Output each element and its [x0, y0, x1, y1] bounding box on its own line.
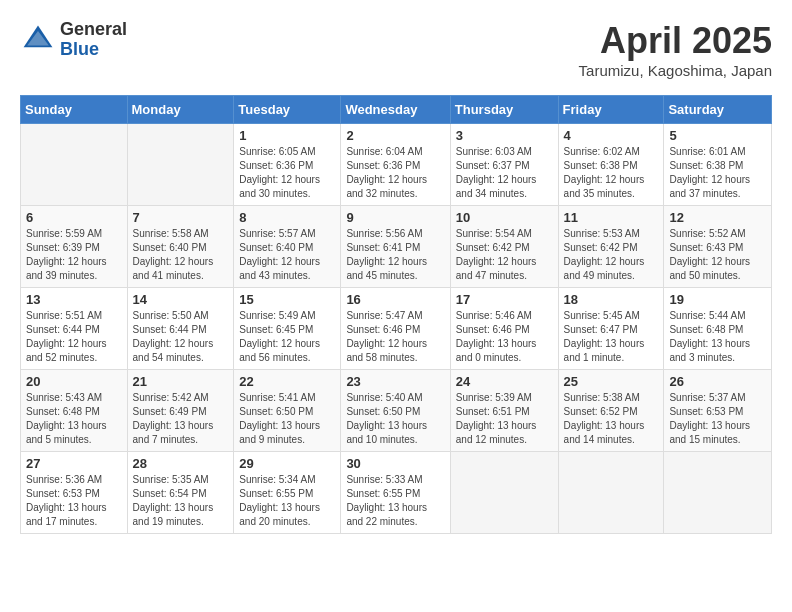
day-info: Sunrise: 5:42 AM Sunset: 6:49 PM Dayligh…: [133, 391, 229, 447]
day-info: Sunrise: 5:58 AM Sunset: 6:40 PM Dayligh…: [133, 227, 229, 283]
day-info: Sunrise: 5:52 AM Sunset: 6:43 PM Dayligh…: [669, 227, 766, 283]
weekday-row: SundayMondayTuesdayWednesdayThursdayFrid…: [21, 96, 772, 124]
day-info: Sunrise: 5:35 AM Sunset: 6:54 PM Dayligh…: [133, 473, 229, 529]
weekday-tuesday: Tuesday: [234, 96, 341, 124]
logo-text: General Blue: [60, 20, 127, 60]
day-number: 24: [456, 374, 553, 389]
calendar-week-4: 27Sunrise: 5:36 AM Sunset: 6:53 PM Dayli…: [21, 452, 772, 534]
calendar-cell: 28Sunrise: 5:35 AM Sunset: 6:54 PM Dayli…: [127, 452, 234, 534]
day-info: Sunrise: 5:46 AM Sunset: 6:46 PM Dayligh…: [456, 309, 553, 365]
calendar-cell: 16Sunrise: 5:47 AM Sunset: 6:46 PM Dayli…: [341, 288, 450, 370]
day-number: 2: [346, 128, 444, 143]
weekday-wednesday: Wednesday: [341, 96, 450, 124]
location-text: Tarumizu, Kagoshima, Japan: [579, 62, 772, 79]
calendar-cell: 1Sunrise: 6:05 AM Sunset: 6:36 PM Daylig…: [234, 124, 341, 206]
calendar-cell: 11Sunrise: 5:53 AM Sunset: 6:42 PM Dayli…: [558, 206, 664, 288]
day-number: 7: [133, 210, 229, 225]
calendar-cell: 3Sunrise: 6:03 AM Sunset: 6:37 PM Daylig…: [450, 124, 558, 206]
day-info: Sunrise: 5:53 AM Sunset: 6:42 PM Dayligh…: [564, 227, 659, 283]
day-info: Sunrise: 5:34 AM Sunset: 6:55 PM Dayligh…: [239, 473, 335, 529]
logo-general-text: General: [60, 20, 127, 40]
day-info: Sunrise: 5:51 AM Sunset: 6:44 PM Dayligh…: [26, 309, 122, 365]
day-number: 25: [564, 374, 659, 389]
day-number: 9: [346, 210, 444, 225]
weekday-thursday: Thursday: [450, 96, 558, 124]
weekday-monday: Monday: [127, 96, 234, 124]
day-info: Sunrise: 5:33 AM Sunset: 6:55 PM Dayligh…: [346, 473, 444, 529]
calendar-header: SundayMondayTuesdayWednesdayThursdayFrid…: [21, 96, 772, 124]
day-info: Sunrise: 5:38 AM Sunset: 6:52 PM Dayligh…: [564, 391, 659, 447]
day-number: 6: [26, 210, 122, 225]
calendar-cell: 25Sunrise: 5:38 AM Sunset: 6:52 PM Dayli…: [558, 370, 664, 452]
calendar-cell: 29Sunrise: 5:34 AM Sunset: 6:55 PM Dayli…: [234, 452, 341, 534]
day-info: Sunrise: 5:39 AM Sunset: 6:51 PM Dayligh…: [456, 391, 553, 447]
day-info: Sunrise: 6:01 AM Sunset: 6:38 PM Dayligh…: [669, 145, 766, 201]
calendar-cell: 22Sunrise: 5:41 AM Sunset: 6:50 PM Dayli…: [234, 370, 341, 452]
calendar-week-2: 13Sunrise: 5:51 AM Sunset: 6:44 PM Dayli…: [21, 288, 772, 370]
calendar-cell: 8Sunrise: 5:57 AM Sunset: 6:40 PM Daylig…: [234, 206, 341, 288]
calendar-cell: 27Sunrise: 5:36 AM Sunset: 6:53 PM Dayli…: [21, 452, 128, 534]
day-info: Sunrise: 5:44 AM Sunset: 6:48 PM Dayligh…: [669, 309, 766, 365]
day-number: 18: [564, 292, 659, 307]
day-number: 11: [564, 210, 659, 225]
day-info: Sunrise: 5:56 AM Sunset: 6:41 PM Dayligh…: [346, 227, 444, 283]
day-info: Sunrise: 5:57 AM Sunset: 6:40 PM Dayligh…: [239, 227, 335, 283]
calendar-cell: [664, 452, 772, 534]
day-info: Sunrise: 6:05 AM Sunset: 6:36 PM Dayligh…: [239, 145, 335, 201]
day-info: Sunrise: 5:49 AM Sunset: 6:45 PM Dayligh…: [239, 309, 335, 365]
calendar-week-0: 1Sunrise: 6:05 AM Sunset: 6:36 PM Daylig…: [21, 124, 772, 206]
calendar-cell: 5Sunrise: 6:01 AM Sunset: 6:38 PM Daylig…: [664, 124, 772, 206]
day-number: 10: [456, 210, 553, 225]
calendar-cell: 2Sunrise: 6:04 AM Sunset: 6:36 PM Daylig…: [341, 124, 450, 206]
day-info: Sunrise: 5:40 AM Sunset: 6:50 PM Dayligh…: [346, 391, 444, 447]
month-title: April 2025: [579, 20, 772, 62]
day-info: Sunrise: 5:41 AM Sunset: 6:50 PM Dayligh…: [239, 391, 335, 447]
day-number: 21: [133, 374, 229, 389]
day-info: Sunrise: 5:45 AM Sunset: 6:47 PM Dayligh…: [564, 309, 659, 365]
calendar-cell: [21, 124, 128, 206]
calendar-cell: 7Sunrise: 5:58 AM Sunset: 6:40 PM Daylig…: [127, 206, 234, 288]
calendar-cell: 10Sunrise: 5:54 AM Sunset: 6:42 PM Dayli…: [450, 206, 558, 288]
day-number: 28: [133, 456, 229, 471]
day-number: 19: [669, 292, 766, 307]
calendar-week-3: 20Sunrise: 5:43 AM Sunset: 6:48 PM Dayli…: [21, 370, 772, 452]
day-info: Sunrise: 5:37 AM Sunset: 6:53 PM Dayligh…: [669, 391, 766, 447]
day-number: 14: [133, 292, 229, 307]
day-number: 29: [239, 456, 335, 471]
day-number: 17: [456, 292, 553, 307]
title-block: April 2025 Tarumizu, Kagoshima, Japan: [579, 20, 772, 79]
calendar-cell: [558, 452, 664, 534]
day-info: Sunrise: 5:36 AM Sunset: 6:53 PM Dayligh…: [26, 473, 122, 529]
day-info: Sunrise: 5:54 AM Sunset: 6:42 PM Dayligh…: [456, 227, 553, 283]
day-number: 20: [26, 374, 122, 389]
day-info: Sunrise: 6:04 AM Sunset: 6:36 PM Dayligh…: [346, 145, 444, 201]
day-info: Sunrise: 6:03 AM Sunset: 6:37 PM Dayligh…: [456, 145, 553, 201]
logo-blue-text: Blue: [60, 40, 127, 60]
day-number: 30: [346, 456, 444, 471]
calendar-cell: 12Sunrise: 5:52 AM Sunset: 6:43 PM Dayli…: [664, 206, 772, 288]
calendar-cell: 30Sunrise: 5:33 AM Sunset: 6:55 PM Dayli…: [341, 452, 450, 534]
weekday-saturday: Saturday: [664, 96, 772, 124]
day-number: 16: [346, 292, 444, 307]
day-number: 13: [26, 292, 122, 307]
calendar-cell: 19Sunrise: 5:44 AM Sunset: 6:48 PM Dayli…: [664, 288, 772, 370]
day-number: 1: [239, 128, 335, 143]
calendar-cell: 15Sunrise: 5:49 AM Sunset: 6:45 PM Dayli…: [234, 288, 341, 370]
day-info: Sunrise: 5:59 AM Sunset: 6:39 PM Dayligh…: [26, 227, 122, 283]
day-number: 8: [239, 210, 335, 225]
day-number: 26: [669, 374, 766, 389]
calendar-cell: 20Sunrise: 5:43 AM Sunset: 6:48 PM Dayli…: [21, 370, 128, 452]
calendar-body: 1Sunrise: 6:05 AM Sunset: 6:36 PM Daylig…: [21, 124, 772, 534]
day-number: 23: [346, 374, 444, 389]
calendar-cell: 13Sunrise: 5:51 AM Sunset: 6:44 PM Dayli…: [21, 288, 128, 370]
calendar-week-1: 6Sunrise: 5:59 AM Sunset: 6:39 PM Daylig…: [21, 206, 772, 288]
calendar-cell: 4Sunrise: 6:02 AM Sunset: 6:38 PM Daylig…: [558, 124, 664, 206]
day-info: Sunrise: 5:43 AM Sunset: 6:48 PM Dayligh…: [26, 391, 122, 447]
day-number: 4: [564, 128, 659, 143]
logo-icon: [20, 22, 56, 58]
day-info: Sunrise: 5:47 AM Sunset: 6:46 PM Dayligh…: [346, 309, 444, 365]
calendar-table: SundayMondayTuesdayWednesdayThursdayFrid…: [20, 95, 772, 534]
weekday-friday: Friday: [558, 96, 664, 124]
day-number: 15: [239, 292, 335, 307]
weekday-sunday: Sunday: [21, 96, 128, 124]
